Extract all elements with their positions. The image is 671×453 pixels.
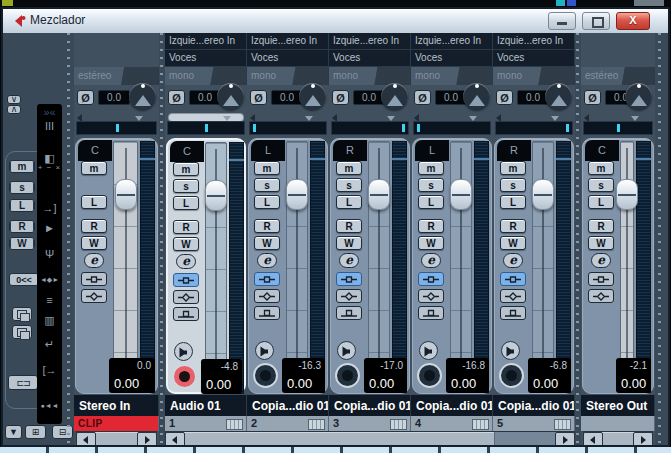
sends-rack-icon[interactable]: ◄◆►: [37, 274, 62, 286]
edit-channel-button[interactable]: e: [84, 253, 104, 268]
mute-button[interactable]: m: [336, 161, 362, 175]
read-automation-button[interactable]: R: [254, 219, 280, 233]
channel-view-options-icon[interactable]: [554, 419, 571, 430]
sends-bypass-button[interactable]: [336, 306, 362, 320]
fader-handle[interactable]: [532, 179, 554, 210]
read-automation-button[interactable]: R: [81, 219, 107, 233]
panel-divider[interactable]: [63, 33, 74, 445]
fader-handle[interactable]: [205, 180, 227, 211]
phase-button[interactable]: Ø: [332, 90, 349, 105]
channel-name[interactable]: Copia...dio 01: [329, 394, 411, 416]
input-routing-icon[interactable]: →]: [37, 202, 62, 214]
eq-bypass-button[interactable]: [336, 289, 362, 303]
add-window-button[interactable]: ⊞: [25, 425, 46, 439]
edit-channel-button[interactable]: e: [503, 253, 523, 268]
solo-button[interactable]: s: [418, 178, 444, 192]
channel-name[interactable]: Stereo In: [74, 394, 159, 416]
record-enable-button[interactable]: [499, 363, 524, 388]
eq-bypass-button[interactable]: [254, 289, 280, 303]
narrow-channels-icon[interactable]: »«: [37, 106, 62, 118]
channel-name[interactable]: Copia...dio 01: [493, 394, 575, 416]
monitor-button[interactable]: [255, 341, 274, 360]
pan-display[interactable]: [583, 121, 653, 135]
inserts-rack-icon[interactable]: Ψ: [37, 248, 62, 260]
global-read-button[interactable]: R: [9, 220, 35, 233]
output-routing-selector[interactable]: Voces: [493, 50, 575, 67]
monitor-button[interactable]: [337, 341, 356, 360]
fader-handle[interactable]: [450, 179, 472, 210]
output-routing-selector[interactable]: Voces: [165, 50, 247, 67]
reset-all-button[interactable]: 0<<: [9, 273, 39, 286]
strip-scrollbar[interactable]: [583, 431, 653, 445]
pan-display[interactable]: [167, 121, 245, 135]
monitor-button[interactable]: [174, 342, 193, 361]
inserts-bypass-button[interactable]: [418, 272, 444, 286]
mute-button[interactable]: m: [254, 161, 280, 175]
scroll-right-button[interactable]: [137, 432, 157, 445]
record-enable-button[interactable]: [172, 364, 197, 389]
channel-name[interactable]: Stereo Out: [581, 394, 655, 416]
solo-button[interactable]: s: [173, 179, 199, 193]
inserts-bypass-button[interactable]: [254, 272, 280, 286]
channel-name[interactable]: Copia...dio 01: [411, 394, 493, 416]
pan-display[interactable]: [413, 121, 491, 135]
scroll-right-button[interactable]: [633, 432, 653, 445]
transport-icon[interactable]: ●◄◄: [37, 400, 62, 412]
phase-button[interactable]: Ø: [496, 90, 513, 105]
eq-rack-icon[interactable]: ≡: [37, 294, 62, 306]
phase-button[interactable]: Ø: [250, 90, 267, 105]
global-write-button[interactable]: W: [9, 237, 35, 250]
edit-channel-button[interactable]: e: [421, 253, 441, 268]
global-listen-button[interactable]: L: [9, 199, 35, 212]
read-automation-button[interactable]: R: [336, 219, 362, 233]
inserts-bypass-button[interactable]: [81, 272, 107, 286]
edit-channel-button[interactable]: e: [339, 253, 359, 268]
solo-button[interactable]: s: [254, 178, 280, 192]
channel-name[interactable]: Copia...dio 01: [247, 394, 329, 416]
audio-channels-scrollbar[interactable]: [165, 431, 575, 445]
instrument-rack-icon[interactable]: ▥: [37, 314, 62, 326]
strip-scrollbar[interactable]: [76, 431, 157, 445]
edit-channel-button[interactable]: e: [257, 253, 277, 268]
pan-knob[interactable]: [129, 83, 156, 110]
global-solo-button[interactable]: s: [9, 181, 35, 194]
scrollbar-thumb[interactable]: [184, 432, 495, 445]
solo-button[interactable]: s: [336, 178, 362, 192]
fader-handle[interactable]: [616, 179, 638, 210]
close-button[interactable]: X: [616, 12, 650, 30]
read-automation-button[interactable]: R: [588, 219, 614, 233]
phase-button[interactable]: Ø: [168, 90, 185, 105]
solo-button[interactable]: s: [588, 178, 614, 192]
scroll-left-button[interactable]: [165, 432, 185, 445]
pan-knob[interactable]: [381, 83, 408, 110]
sends-bypass-button[interactable]: [254, 306, 280, 320]
maximize-button[interactable]: [582, 12, 610, 30]
eq-bypass-button[interactable]: [81, 289, 107, 303]
channel-view-options-icon[interactable]: [226, 419, 243, 430]
channel-view-options-icon[interactable]: [390, 419, 407, 430]
write-automation-button[interactable]: W: [500, 236, 526, 250]
pan-knob[interactable]: [217, 83, 244, 110]
chevron-up-button[interactable]: ∧: [7, 105, 21, 114]
panel-divider[interactable]: [655, 33, 664, 445]
output-routing-selector[interactable]: Voces: [329, 50, 411, 67]
edit-channel-button[interactable]: e: [591, 253, 611, 268]
inserts-bypass-button[interactable]: [588, 272, 614, 286]
mute-button[interactable]: m: [81, 161, 107, 175]
input-routing-selector[interactable]: Izquie...ereo In: [247, 33, 329, 50]
routing-view-button[interactable]: ⊏⊐: [8, 375, 38, 390]
window-layout-icon[interactable]: ◧+ − ×: [37, 152, 62, 172]
write-automation-button[interactable]: W: [173, 237, 199, 251]
mute-button[interactable]: m: [588, 161, 614, 175]
pan-knob[interactable]: [545, 83, 572, 110]
listen-button[interactable]: L: [336, 195, 362, 209]
inserts-bypass-button[interactable]: [336, 272, 362, 286]
write-automation-button[interactable]: W: [254, 236, 280, 250]
minimize-button[interactable]: [548, 12, 576, 30]
listen-button[interactable]: L: [588, 195, 614, 209]
record-enable-button[interactable]: [335, 363, 360, 388]
write-automation-button[interactable]: W: [81, 236, 107, 250]
solo-button[interactable]: s: [500, 178, 526, 192]
input-routing-selector[interactable]: Izquie...ereo In: [165, 33, 247, 50]
monitor-button[interactable]: [501, 341, 520, 360]
